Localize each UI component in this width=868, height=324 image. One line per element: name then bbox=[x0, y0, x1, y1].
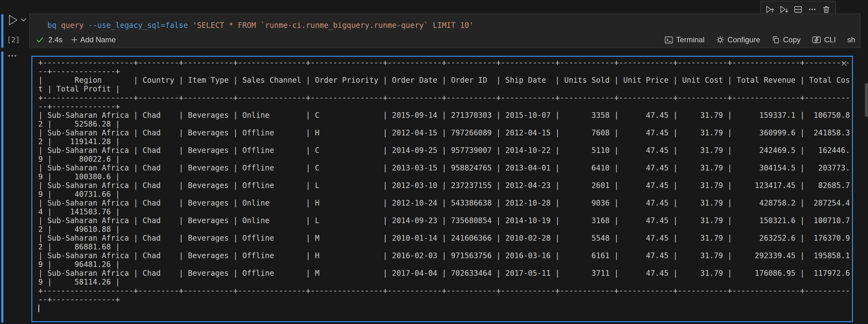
terminal-line: --+--------------+ bbox=[38, 67, 852, 76]
copy-action[interactable]: Copy bbox=[771, 35, 801, 44]
terminal-line: | Sub-Saharan Africa | Chad | Beverages … bbox=[38, 251, 852, 260]
cell-focus-bar bbox=[1, 14, 3, 48]
copy-icon bbox=[771, 35, 780, 44]
add-name-button[interactable]: Add Name bbox=[71, 35, 116, 44]
terminal-line: 2 | 49610.88 | bbox=[38, 225, 852, 234]
gear-icon bbox=[716, 35, 724, 44]
play-icon bbox=[9, 15, 17, 25]
terminal-line: 9 | 96481.26 | bbox=[38, 260, 852, 269]
terminal-line: 9 | 80022.6 | bbox=[38, 155, 852, 164]
terminal-line: 9 | 58114.26 | bbox=[38, 278, 852, 286]
output-focus-bar bbox=[1, 51, 3, 323]
trash-icon bbox=[822, 5, 831, 14]
terminal-line: 2 | 86881.68 | bbox=[38, 243, 852, 251]
split-cell-icon bbox=[793, 5, 803, 14]
terminal-line: | Sub-Saharan Africa | Chad | Beverages … bbox=[38, 216, 852, 225]
code-cell: bq query --use_legacy_sql=false 'SELECT … bbox=[29, 13, 861, 48]
close-output-button[interactable] bbox=[839, 59, 849, 68]
ellipsis-icon bbox=[807, 5, 817, 14]
close-icon bbox=[840, 60, 848, 67]
terminal-line: | Region | Country | Item Type | Sales C… bbox=[38, 76, 852, 84]
terminal-line: | Sub-Saharan Africa | Chad | Beverages … bbox=[38, 199, 852, 208]
plus-icon bbox=[71, 37, 78, 43]
terminal-line: | Sub-Saharan Africa | Chad | Beverages … bbox=[38, 234, 852, 243]
terminal-line: 9 | 100380.6 | bbox=[38, 172, 852, 181]
terminal-line: +--------------------+---------+--------… bbox=[38, 94, 852, 102]
terminal-output: +--------------------+---------+--------… bbox=[32, 57, 852, 321]
terminal-line: 9 | 40731.66 | bbox=[38, 190, 852, 199]
cell-status-bar: 2.4s Add Name Terminal Configure bbox=[30, 33, 860, 46]
terminal-line: --+--------------+ bbox=[38, 295, 852, 304]
terminal-line: 2 | 119141.28 | bbox=[38, 137, 852, 146]
terminal-line: | Sub-Saharan Africa | Chad | Beverages … bbox=[38, 181, 852, 190]
run-cell-button[interactable] bbox=[6, 14, 28, 26]
terminal-line: t | Total Profit | bbox=[38, 84, 852, 94]
cli-action[interactable]: CLI bbox=[812, 35, 836, 44]
delete-cell-button[interactable] bbox=[821, 4, 832, 15]
terminal-line: | Sub-Saharan Africa | Chad | Beverages … bbox=[38, 269, 852, 278]
terminal-line: +--------------------+---------+--------… bbox=[38, 286, 852, 295]
chevron-down-icon bbox=[21, 19, 26, 21]
execute-above-button[interactable] bbox=[765, 4, 775, 15]
terminal-action[interactable]: Terminal bbox=[664, 35, 705, 44]
terminal-line: | Sub-Saharan Africa | Chad | Beverages … bbox=[38, 164, 852, 172]
terminal-line: 4 | 141503.76 | bbox=[38, 208, 852, 216]
ellipsis-icon bbox=[7, 54, 18, 58]
more-actions-button[interactable] bbox=[807, 4, 817, 15]
play-up-icon bbox=[765, 5, 774, 14]
split-cell-button[interactable] bbox=[793, 4, 803, 15]
command-text[interactable]: bq query --use_legacy_sql=false 'SELECT … bbox=[48, 21, 473, 30]
execution-count: [2] bbox=[7, 36, 20, 44]
execution-duration: 2.4s bbox=[48, 35, 62, 44]
terminal-line: | Sub-Saharan Africa | Chad | Beverages … bbox=[38, 146, 852, 155]
terminal-cursor bbox=[38, 304, 39, 312]
language-picker[interactable]: sh bbox=[847, 35, 855, 44]
terminal-icon bbox=[664, 36, 673, 44]
terminal-line: | Sub-Saharan Africa | Chad | Beverages … bbox=[38, 129, 852, 137]
execute-below-button[interactable] bbox=[779, 4, 789, 15]
terminal-line: +--------------------+---------+--------… bbox=[38, 58, 852, 67]
cli-icon bbox=[812, 35, 821, 44]
output-more-button[interactable] bbox=[7, 54, 18, 58]
terminal-line: --+--------------+ bbox=[38, 102, 852, 111]
terminal-line: | Sub-Saharan Africa | Chad | Beverages … bbox=[38, 111, 852, 120]
terminal-output-box: +--------------------+---------+--------… bbox=[31, 56, 853, 322]
terminal-line: 2 | 52586.28 | bbox=[38, 120, 852, 129]
play-down-icon bbox=[779, 5, 788, 14]
terminal-cursor-line bbox=[38, 304, 852, 314]
scrollbar-thumb[interactable] bbox=[865, 83, 868, 116]
success-check-icon bbox=[36, 36, 44, 43]
configure-action[interactable]: Configure bbox=[716, 35, 760, 44]
